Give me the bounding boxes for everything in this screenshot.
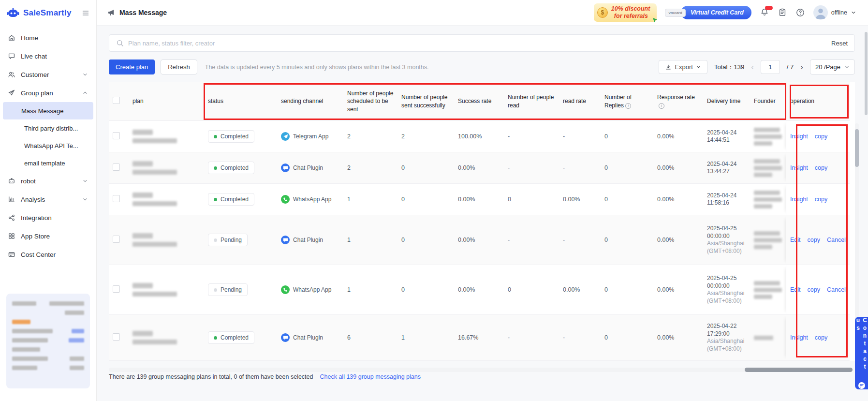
op-edit-link[interactable]: Edit: [790, 237, 801, 243]
op-copy-link[interactable]: copy: [815, 164, 827, 171]
success-rate: 0.00%: [454, 282, 504, 297]
referral-promo-banner[interactable]: $ 10% discount for referrals: [594, 3, 657, 22]
col-sending-channel: sending channel: [277, 93, 343, 109]
current-page-input[interactable]: 1: [761, 60, 780, 74]
row-checkbox[interactable]: [113, 195, 120, 202]
op-copy-link[interactable]: copy: [815, 334, 827, 341]
virtual-credit-card-button[interactable]: Virtual Credit Card: [681, 6, 751, 19]
sidebar-item-email-template[interactable]: email template: [3, 154, 93, 172]
plan-name-redacted: [129, 327, 204, 348]
sending-channel: Chat Plugin: [277, 160, 343, 176]
content: Reset Create plan Refresh The data is up…: [97, 26, 855, 380]
next-page-button[interactable]: ›: [800, 63, 803, 71]
op-insight-link[interactable]: Insight: [790, 334, 808, 341]
col-delivery-time: Delivery time: [703, 93, 750, 109]
scheduled-count: 2: [343, 161, 397, 175]
help-icon[interactable]: [795, 8, 805, 17]
refresh-button[interactable]: Refresh: [161, 59, 197, 74]
sidebar-item-app-store[interactable]: App Store: [0, 227, 96, 245]
col-people-read: Number of people read: [504, 89, 559, 113]
sidebar-item-mass-message[interactable]: Mass Message: [3, 102, 93, 119]
sidebar-item-customer[interactable]: Customer: [0, 65, 96, 84]
success-rate: 0.00%: [454, 161, 504, 175]
prev-page-button[interactable]: ‹: [751, 63, 754, 71]
plan-name-redacted: [129, 189, 204, 210]
read-count: -: [504, 330, 559, 345]
founder-redacted: [750, 187, 786, 212]
info-icon[interactable]: i: [625, 103, 631, 109]
operation-cell: Insightcopy: [786, 184, 850, 215]
sidebar-item-live-chat[interactable]: Live chat: [0, 47, 96, 65]
info-icon[interactable]: i: [659, 103, 664, 109]
create-plan-button[interactable]: Create plan: [109, 59, 155, 74]
plans-table: plan status sending channel Number of pe…: [109, 82, 855, 361]
sidebar-item-home[interactable]: Home: [0, 29, 96, 47]
vmcard-badge: vmcard: [665, 9, 685, 17]
col-status: status: [204, 93, 277, 109]
sidebar-item-integration[interactable]: Integration: [0, 208, 96, 227]
check-all-plans-link[interactable]: Check all 139 group messaging plans: [320, 373, 421, 380]
col-founder: Founder: [750, 93, 786, 109]
telegram-icon: [281, 132, 290, 141]
sent-count: 0: [397, 161, 454, 175]
table-row: PendingWhatsApp App100.00%00.00%00.00%20…: [109, 265, 850, 315]
op-cancel-link[interactable]: Cancel: [827, 286, 846, 293]
page-size-select[interactable]: 20 /Page: [810, 59, 855, 74]
op-copy-link[interactable]: copy: [808, 237, 820, 243]
col-sent: Number of people sent successfully: [397, 89, 454, 113]
page-scrollbar-thumb[interactable]: [865, 32, 868, 115]
sidebar-collapse-icon[interactable]: [82, 9, 89, 17]
sidebar-item-robot[interactable]: robot: [0, 172, 96, 190]
op-copy-link[interactable]: copy: [808, 286, 820, 293]
read-rate: 0.00%: [559, 192, 601, 207]
op-insight-link[interactable]: Insight: [790, 164, 808, 171]
table-vertical-scrollbar-thumb[interactable]: [855, 129, 859, 167]
row-checkbox[interactable]: [113, 163, 120, 171]
search-input[interactable]: [128, 40, 827, 47]
op-copy-link[interactable]: copy: [815, 196, 827, 203]
op-insight-link[interactable]: Insight: [790, 133, 808, 140]
select-all-checkbox[interactable]: [113, 97, 120, 104]
notifications-bell-icon[interactable]: [760, 8, 769, 17]
app-store-icon: [8, 232, 15, 240]
search-bar: Reset: [109, 34, 855, 52]
live-chat-icon: [8, 52, 15, 60]
table-horizontal-scrollbar-track[interactable]: [109, 368, 853, 372]
op-copy-link[interactable]: copy: [815, 133, 827, 140]
table-horizontal-scrollbar-thumb[interactable]: [745, 368, 853, 372]
row-checkbox[interactable]: [113, 132, 120, 139]
home-icon: [8, 34, 15, 42]
sidebar-nav: Home Live chat Customer Group plan Mass …: [0, 26, 96, 264]
sidebar-item-analysis[interactable]: Analysis: [0, 190, 96, 208]
table-header: plan status sending channel Number of pe…: [109, 82, 850, 121]
contact-us-tab[interactable]: Contact us: [855, 317, 868, 389]
table-body: CompletedTelegram App22100.00%--00.00%20…: [109, 121, 850, 361]
sending-channel: WhatsApp App: [277, 191, 343, 208]
op-cancel-link[interactable]: Cancel: [827, 237, 846, 243]
row-checkbox[interactable]: [113, 236, 120, 243]
chevron-down-icon: [696, 64, 701, 70]
sidebar-item-cost-center[interactable]: Cost Center: [0, 245, 96, 264]
sidebar-item-group-plan[interactable]: Group plan: [0, 84, 96, 102]
replies-count: 0: [601, 129, 653, 144]
status-badge: Completed: [208, 162, 254, 174]
founder-redacted: [750, 155, 786, 181]
read-count: -: [504, 161, 559, 175]
founder-redacted: [750, 124, 786, 149]
sidebar-item-third-party-distribution[interactable]: Third party distrib...: [3, 119, 93, 137]
response-rate: 0.00%: [653, 129, 703, 144]
clipboard-icon[interactable]: [778, 8, 787, 17]
op-insight-link[interactable]: Insight: [790, 196, 808, 203]
table-footer: There are 139 group messaging plans in t…: [109, 373, 855, 380]
op-edit-link[interactable]: Edit: [790, 286, 801, 293]
main-area: Mass Message $ 10% discount for referral…: [97, 0, 868, 401]
export-button[interactable]: Export: [659, 60, 707, 74]
chevron-up-icon: [82, 89, 88, 96]
user-menu[interactable]: offline: [813, 5, 856, 20]
reset-button[interactable]: Reset: [831, 40, 848, 47]
row-checkbox[interactable]: [113, 333, 120, 341]
status-badge: Pending: [208, 283, 248, 296]
row-checkbox[interactable]: [113, 285, 120, 293]
replies-count: 0: [601, 233, 653, 247]
sidebar-item-whatsapp-api-template[interactable]: WhatsApp API Te...: [3, 137, 93, 154]
